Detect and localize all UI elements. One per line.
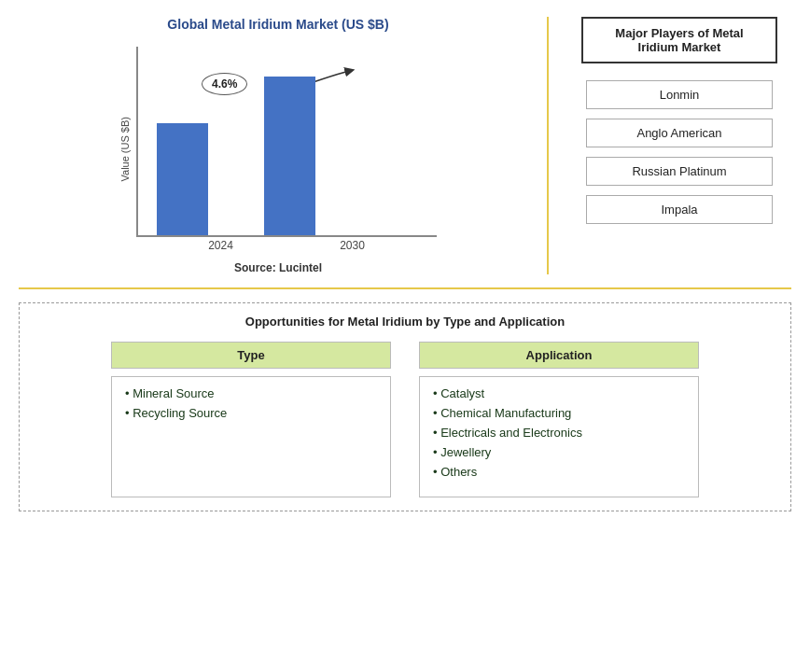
bars-area: 4.6% bbox=[136, 47, 437, 237]
x-labels: 2024 2030 bbox=[136, 237, 437, 252]
chart-container: Value (US $B) 4.6% bbox=[119, 47, 437, 252]
bar-2024 bbox=[157, 123, 208, 235]
bar-group-2030 bbox=[264, 77, 315, 235]
app-item-chemical: Chemical Manufacturing bbox=[433, 406, 685, 420]
players-area: Major Players of Metal Iridium Market Lo… bbox=[549, 17, 791, 274]
player-russian: Russian Platinum bbox=[586, 157, 773, 186]
x-label-2024: 2024 bbox=[208, 239, 233, 252]
type-column: Type Mineral Source Recycling Source bbox=[111, 342, 391, 497]
cagr-bubble: 4.6% bbox=[202, 73, 247, 95]
chart-area: Global Metal Iridium Market (US $B) Valu… bbox=[19, 17, 549, 274]
type-item-mineral: Mineral Source bbox=[125, 386, 377, 400]
app-item-catalyst: Catalyst bbox=[433, 386, 685, 400]
type-header: Type bbox=[111, 342, 391, 369]
opportunities-grid: Type Mineral Source Recycling Source App… bbox=[35, 342, 775, 497]
application-list-box: Catalyst Chemical Manufacturing Electric… bbox=[419, 376, 699, 497]
application-column: Application Catalyst Chemical Manufactur… bbox=[419, 342, 699, 497]
chart-title: Global Metal Iridium Market (US $B) bbox=[167, 17, 388, 32]
player-impala: Impala bbox=[586, 195, 773, 224]
player-lonmin: Lonmin bbox=[586, 80, 773, 109]
app-item-electricals: Electricals and Electronics bbox=[433, 426, 685, 440]
bottom-section: Opportunities for Metal Iridium by Type … bbox=[19, 302, 791, 511]
application-header: Application bbox=[419, 342, 699, 369]
cagr-label: 4.6% bbox=[212, 77, 237, 91]
chart-inner: 4.6% bbox=[136, 47, 437, 252]
players-title: Major Players of Metal Iridium Market bbox=[581, 17, 777, 63]
app-item-others: Others bbox=[433, 465, 685, 479]
type-list-box: Mineral Source Recycling Source bbox=[111, 376, 391, 497]
opportunities-title: Opportunities for Metal Iridium by Type … bbox=[35, 315, 775, 329]
page-wrapper: Global Metal Iridium Market (US $B) Valu… bbox=[0, 0, 810, 672]
bar-2030 bbox=[264, 77, 315, 235]
bar-group-2024 bbox=[157, 123, 208, 235]
x-label-2030: 2030 bbox=[340, 239, 365, 252]
source-text: Source: Lucintel bbox=[234, 261, 322, 274]
chart-y-label: Value (US $B) bbox=[119, 117, 131, 182]
app-item-jewellery: Jewellery bbox=[433, 445, 685, 459]
type-item-recycling: Recycling Source bbox=[125, 406, 377, 420]
player-anglo: Anglo American bbox=[586, 119, 773, 147]
top-section: Global Metal Iridium Market (US $B) Valu… bbox=[19, 17, 791, 289]
